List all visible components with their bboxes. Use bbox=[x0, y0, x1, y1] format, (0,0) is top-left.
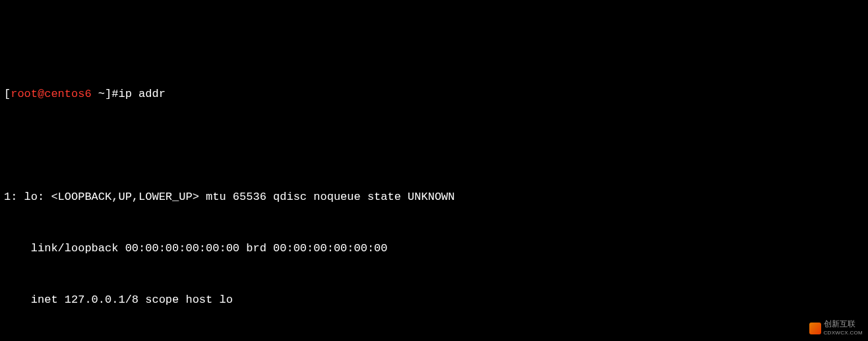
watermark-text: 创新互联 CDXWCX.COM bbox=[824, 320, 863, 337]
watermark-sub: CDXWCX.COM bbox=[824, 328, 863, 337]
watermark-logo-icon bbox=[809, 323, 821, 334]
prompt-line-1: [root@centos6 ~]#ip addr bbox=[4, 69, 864, 120]
terminal-window[interactable]: [root@centos6 ~]#ip addr 1: lo: <LOOPBAC… bbox=[0, 0, 868, 341]
prompt-hash: # bbox=[111, 88, 118, 100]
prompt-open: [ bbox=[4, 88, 11, 100]
watermark: 创新互联 CDXWCX.COM bbox=[809, 320, 863, 337]
prompt-at: @ bbox=[38, 88, 44, 100]
prompt-close: ] bbox=[105, 88, 111, 100]
iface-lo-inet: inet 127.0.0.1/8 scope host lo bbox=[4, 292, 864, 309]
watermark-brand: 创新互联 bbox=[824, 320, 855, 328]
prompt-user: root bbox=[11, 88, 38, 100]
iface-lo-header: 1: lo: <LOOPBACK,UP,LOWER_UP> mtu 65536 … bbox=[4, 189, 864, 206]
prompt-path: ~ bbox=[92, 88, 105, 100]
command-ip-addr: ip addr bbox=[118, 88, 165, 100]
iface-lo-link: link/loopback 00:00:00:00:00:00 brd 00:0… bbox=[4, 240, 864, 257]
prompt-host: centos6 bbox=[44, 88, 91, 100]
